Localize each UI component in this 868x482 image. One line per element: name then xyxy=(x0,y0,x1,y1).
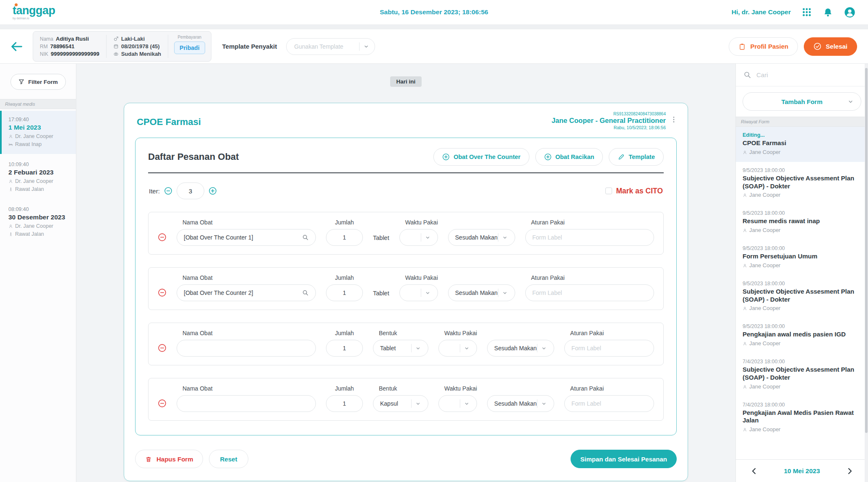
jumlah-field[interactable] xyxy=(326,284,363,301)
medical-history-item[interactable]: 10:09:40 2 Febuari 2023 Dr. Jane Cooper … xyxy=(0,156,76,199)
nama-obat-field[interactable] xyxy=(177,284,316,301)
chevron-down-icon xyxy=(502,234,508,241)
jumlah-field[interactable] xyxy=(326,229,363,246)
hapus-form-button[interactable]: Hapus Form xyxy=(135,450,203,468)
aturan-pakai-field[interactable] xyxy=(525,229,654,246)
window-scrollbar[interactable] xyxy=(865,64,868,482)
selesai-button[interactable]: Selesai xyxy=(804,37,857,56)
template-button[interactable]: Template xyxy=(609,148,664,166)
nama-obat-input[interactable] xyxy=(184,234,302,241)
plus-circle-icon xyxy=(442,153,450,161)
iter-decrease-icon[interactable] xyxy=(164,187,172,195)
waktu-makan-select[interactable]: Sesudah Makan xyxy=(487,340,554,357)
marriage-rings-icon xyxy=(113,51,119,57)
person-icon xyxy=(743,426,747,432)
tambah-form-button[interactable]: Tambah Form xyxy=(743,92,861,111)
apps-grid-icon[interactable] xyxy=(802,7,812,17)
unit-text: Tablet xyxy=(373,234,389,241)
person-icon xyxy=(743,227,747,233)
reset-button[interactable]: Reset xyxy=(209,450,249,468)
patient-name: Aditiya Rusli xyxy=(56,36,89,42)
funnel-icon xyxy=(18,78,25,85)
aturan-pakai-input[interactable] xyxy=(532,234,647,241)
form-history-item[interactable]: 9/5/2023 18:00:00 Pengkajian awal medis … xyxy=(736,318,868,353)
nama-obat-field[interactable] xyxy=(177,229,316,246)
waktu-pakai-select[interactable] xyxy=(399,284,438,301)
order-list-card: Daftar Pesanan Obat Obat Over The Counte… xyxy=(135,138,677,435)
waktu-pakai-select[interactable] xyxy=(399,229,438,246)
template-select[interactable]: Gunakan Template xyxy=(286,38,375,55)
user-avatar-icon[interactable] xyxy=(844,7,855,18)
form-history-sidebar: Tambah Form Riwayat Form Editing... CPOE… xyxy=(735,64,868,482)
person-icon xyxy=(743,192,747,198)
aturan-pakai-field[interactable] xyxy=(525,284,654,301)
jumlah-input[interactable] xyxy=(333,345,356,352)
nama-obat-field[interactable] xyxy=(177,395,316,412)
document-id: RS91332082408473038864 xyxy=(552,112,666,116)
medical-history-sidebar: Filter Form Riwayat medis 17:09:40 1 Mei… xyxy=(0,64,76,482)
unit-text: Tablet xyxy=(373,290,389,297)
add-racikan-button[interactable]: Obat Racikan xyxy=(535,148,603,166)
bentuk-select[interactable]: Tablet xyxy=(373,340,428,357)
waktu-pakai-select[interactable] xyxy=(438,395,477,412)
back-button[interactable] xyxy=(10,40,23,53)
form-history-item[interactable]: 9/5/2023 18:00:00 Resume medis rawat ina… xyxy=(736,205,868,240)
waktu-makan-select[interactable]: Sesudah Makan xyxy=(487,395,554,412)
aturan-pakai-field[interactable] xyxy=(564,340,654,357)
iter-increase-icon[interactable] xyxy=(209,187,217,195)
chevron-left-icon[interactable] xyxy=(750,467,759,475)
nama-obat-field[interactable] xyxy=(177,340,316,357)
form-history-item[interactable]: 9/5/2023 18:00:00 Subjective Objective A… xyxy=(736,162,868,205)
form-title: CPOE Farmasi xyxy=(137,117,201,128)
app-logo[interactable]: tanggap by delman.io xyxy=(13,5,55,20)
jumlah-field[interactable] xyxy=(326,395,363,412)
search-input[interactable] xyxy=(756,71,860,78)
cito-checkbox[interactable] xyxy=(605,188,612,194)
plus-circle-icon xyxy=(544,153,552,161)
remove-row-icon[interactable] xyxy=(158,233,167,242)
nama-obat-input[interactable] xyxy=(184,345,309,352)
form-history-item[interactable]: 7/4/2023 18:00:00 Pengkajian Awal Medis … xyxy=(736,396,868,440)
chevron-right-icon[interactable] xyxy=(845,467,854,475)
aturan-pakai-input[interactable] xyxy=(571,345,647,352)
nama-obat-input[interactable] xyxy=(184,400,309,407)
form-search[interactable] xyxy=(736,64,868,86)
riwayat-form-section-title: Riwayat Form xyxy=(736,117,868,127)
aturan-pakai-field[interactable] xyxy=(564,395,654,412)
mark-as-cito[interactable]: Mark as CITO xyxy=(605,187,663,195)
profil-pasien-button[interactable]: Profil Pasien xyxy=(729,37,798,56)
more-options-icon[interactable] xyxy=(670,116,678,123)
logo-dot xyxy=(15,3,18,6)
person-icon xyxy=(743,149,747,155)
form-history-item[interactable]: 7/4/2023 18:00:00 Subjective Objective A… xyxy=(736,353,868,396)
form-history-item[interactable]: 9/5/2023 18:00:00 Subjective Objective A… xyxy=(736,275,868,318)
filter-form-button[interactable]: Filter Form xyxy=(10,74,66,90)
waktu-makan-select[interactable]: Sesudah Makan xyxy=(448,229,515,246)
jumlah-input[interactable] xyxy=(333,400,356,407)
medical-history-item[interactable]: 17:09:40 1 Mei 2023 Dr. Jane Cooper Rawa… xyxy=(0,111,76,154)
nama-obat-input[interactable] xyxy=(184,289,302,296)
waktu-makan-select[interactable]: Sesudah Makan xyxy=(448,284,515,301)
remove-row-icon[interactable] xyxy=(158,288,167,297)
topbar: tanggap by delman.io Sabtu, 16 Desember … xyxy=(0,0,868,24)
bentuk-select[interactable]: Kapsul xyxy=(373,395,428,412)
simpan-selesai-button[interactable]: Simpan dan Selesai Pesanan xyxy=(571,450,677,468)
jumlah-input[interactable] xyxy=(333,234,356,241)
iter-input[interactable] xyxy=(177,182,204,199)
medical-history-item[interactable]: 08:09:40 30 Desember 2023 Dr. Jane Coope… xyxy=(0,201,76,244)
notification-bell-icon[interactable] xyxy=(823,7,833,18)
add-otc-button[interactable]: Obat Over The Counter xyxy=(433,148,529,166)
payment-type-chip[interactable]: Pribadi xyxy=(174,42,205,54)
form-history-pagination: 10 Mei 2023 xyxy=(736,459,868,482)
chevron-down-icon xyxy=(415,344,421,352)
form-history-item[interactable]: 9/5/2023 18:00:00 Form Persetujuan Umum … xyxy=(736,240,868,275)
aturan-pakai-input[interactable] xyxy=(532,289,647,296)
aturan-pakai-input[interactable] xyxy=(571,400,647,407)
remove-row-icon[interactable] xyxy=(158,344,167,352)
remove-row-icon[interactable] xyxy=(158,399,167,408)
waktu-pakai-select[interactable] xyxy=(438,340,477,357)
scrollbar-thumb[interactable] xyxy=(865,68,868,433)
jumlah-field[interactable] xyxy=(326,340,363,357)
form-history-item[interactable]: Editing... CPOE Farmasi Jane Cooper xyxy=(736,127,868,162)
jumlah-input[interactable] xyxy=(333,289,356,296)
